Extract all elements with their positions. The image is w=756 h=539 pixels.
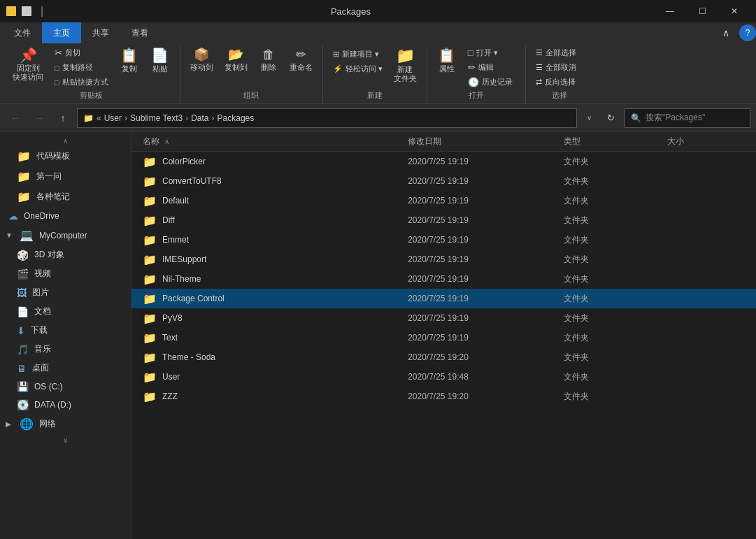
new-item-label: 新建项目 ▾ — [342, 49, 379, 59]
address-path[interactable]: 📁 « User › Sublime Text3 › Data › Packag… — [77, 108, 577, 128]
minimize-button[interactable]: — — [654, 0, 686, 22]
tab-file[interactable]: 文件 — [3, 22, 42, 43]
forward-button[interactable]: → — [29, 108, 49, 128]
column-date[interactable]: 修改日期 — [408, 136, 564, 148]
tab-view[interactable]: 查看 — [120, 22, 159, 43]
copy-to-button[interactable]: 📂 复制到 — [220, 46, 252, 75]
folder-icon: 📁 — [17, 150, 31, 163]
maximize-button[interactable]: ☐ — [686, 0, 718, 22]
up-button[interactable]: ↑ — [53, 108, 73, 128]
ribbon-group-clipboard: 📌 固定到快速访问 ✂ 剪切 □ 复制路径 □ 粘贴快捷方式 — [3, 46, 180, 103]
sidebar-label: 各种笔记 — [36, 191, 70, 203]
table-row[interactable]: 📁 PyV8 2020/7/25 19:19 文件夹 — [131, 308, 756, 328]
table-row[interactable]: 📁 Theme - Soda 2020/7/25 19:20 文件夹 — [131, 347, 756, 367]
sidebar-item-desktop[interactable]: 🖥 桌面 — [0, 359, 131, 378]
cut-button[interactable]: ✂ 剪切 — [50, 46, 113, 59]
search-box[interactable]: 🔍 搜索"Packages" — [625, 108, 750, 128]
sidebar-item-music[interactable]: 🎵 音乐 — [0, 340, 131, 359]
table-row[interactable]: 📁 Package Control 2020/7/25 19:19 文件夹 — [131, 289, 756, 308]
column-size[interactable]: 大小 — [667, 136, 750, 148]
file-name-cell: 📁 Diff — [137, 214, 408, 227]
path-data: Data — [191, 113, 208, 123]
select-all-button[interactable]: ☰ 全部选择 — [532, 46, 587, 59]
table-row[interactable]: 📁 Default 2020/7/25 19:19 文件夹 — [131, 191, 756, 210]
desktop-icon: 🖥 — [17, 363, 27, 374]
file-date-cell: 2020/7/25 19:19 — [408, 235, 564, 245]
pin-button[interactable]: 📌 固定到快速访问 — [8, 46, 48, 84]
deselect-all-button[interactable]: ☰ 全部取消 — [532, 61, 587, 74]
table-row[interactable]: 📁 ZZZ 2020/7/25 19:20 文件夹 — [131, 387, 756, 406]
table-row[interactable]: 📁 User 2020/7/25 19:48 文件夹 — [131, 367, 756, 387]
paste-button[interactable]: 📄 粘贴 — [146, 46, 174, 76]
sidebar-item-mycomputer[interactable]: ▼ 💻 MyComputer — [0, 225, 131, 245]
pin-label: 固定到快速访问 — [13, 64, 43, 82]
file-type-cell: 文件夹 — [564, 195, 667, 207]
close-button[interactable]: ✕ — [718, 0, 750, 22]
sidebar-item-firstq[interactable]: 📁 第一问 — [0, 166, 131, 187]
table-row[interactable]: 📁 ConvertToUTF8 2020/7/25 19:19 文件夹 — [131, 171, 756, 191]
column-type[interactable]: 类型 — [564, 136, 667, 148]
invert-select-button[interactable]: ⇄ 反向选择 — [532, 76, 587, 89]
column-name[interactable]: 名称 ∧ — [137, 136, 408, 148]
table-row[interactable]: 📁 ColorPicker 2020/7/25 19:19 文件夹 — [131, 152, 756, 171]
file-name: User — [162, 372, 180, 382]
open-label: 打开 ▾ — [476, 48, 498, 58]
sidebar-item-drivec[interactable]: 💾 OS (C:) — [0, 378, 131, 396]
sidebar-item-drived[interactable]: 💽 DATA (D:) — [0, 396, 131, 414]
tab-home[interactable]: 主页 — [42, 22, 81, 43]
sidebar-label: DATA (D:) — [34, 400, 71, 410]
expand-icon: ▶ — [6, 420, 14, 428]
new-item-button[interactable]: ⊞ 新建项目 ▾ — [329, 48, 387, 61]
file-list: 名称 ∧ 修改日期 类型 大小 📁 ColorPicker 2020/7/25 … — [131, 132, 756, 539]
paste-shortcut-button[interactable]: □ 粘贴快捷方式 — [50, 76, 113, 89]
table-row[interactable]: 📁 Nil-Theme 2020/7/25 19:19 文件夹 — [131, 269, 756, 289]
back-button[interactable]: ← — [6, 108, 25, 128]
refresh-button[interactable]: ↻ — [601, 108, 620, 128]
table-row[interactable]: 📁 Diff 2020/7/25 19:19 文件夹 — [131, 210, 756, 230]
pin-icon: 📌 — [20, 48, 37, 62]
folder-icon: 📁 — [143, 253, 157, 266]
edit-button[interactable]: ✏ 编辑 — [464, 61, 520, 74]
sidebar-item-codetpl[interactable]: 📁 代码模板 — [0, 146, 131, 166]
sidebar-scroll-down[interactable]: ∨ — [0, 434, 131, 445]
file-date-cell: 2020/7/25 19:19 — [408, 176, 564, 186]
tab-share[interactable]: 共享 — [81, 22, 120, 43]
main-area: ∧ 📁 代码模板 📁 第一问 📁 各种笔记 ☁ OneDrive ▼ 💻 MyC… — [0, 132, 756, 539]
table-row[interactable]: 📁 IMESupport 2020/7/25 19:19 文件夹 — [131, 250, 756, 269]
new-folder-button[interactable]: 📁 新建文件夹 — [390, 46, 421, 85]
file-type-cell: 文件夹 — [564, 156, 667, 168]
folder-icon: 📁 — [143, 155, 157, 168]
sidebar-item-onedrive[interactable]: ☁ OneDrive — [0, 207, 131, 225]
properties-button[interactable]: 📋 属性 — [433, 46, 461, 76]
copy-to-icon: 📂 — [228, 48, 243, 61]
sidebar-label: 下载 — [31, 324, 48, 336]
sidebar-item-network[interactable]: ▶ 🌐 网络 — [0, 414, 131, 434]
sidebar-item-3d[interactable]: 🎲 3D 对象 — [0, 245, 131, 264]
table-row[interactable]: 📁 Text 2020/7/25 19:19 文件夹 — [131, 328, 756, 347]
window-controls: — ☐ ✕ — [654, 0, 750, 22]
sidebar-item-video[interactable]: 🎬 视频 — [0, 264, 131, 283]
sort-arrow: ∧ — [164, 138, 169, 145]
rename-label: 重命名 — [290, 62, 313, 73]
help-button[interactable]: ? — [739, 24, 756, 41]
sidebar-item-images[interactable]: 🖼 图片 — [0, 283, 131, 302]
sidebar-scroll-up[interactable]: ∧ — [0, 135, 131, 146]
delete-button[interactable]: 🗑 删除 — [255, 46, 283, 75]
history-button[interactable]: 🕒 历史记录 — [464, 76, 520, 89]
sidebar-item-docs[interactable]: 📄 文档 — [0, 302, 131, 321]
easy-access-button[interactable]: ⚡ 轻松访问 ▾ — [329, 62, 387, 76]
rename-button[interactable]: ✏ 重命名 — [285, 46, 317, 75]
ribbon-expand-button[interactable]: ∧ — [715, 22, 736, 43]
move-button[interactable]: 📦 移动到 — [186, 46, 217, 75]
file-name-cell: 📁 Text — [137, 331, 408, 345]
copy-path-button[interactable]: □ 复制路径 — [50, 61, 113, 74]
copy-button[interactable]: 📋 复制 — [115, 46, 143, 76]
address-dropdown-button[interactable]: ∨ — [581, 108, 597, 128]
sidebar-item-notes[interactable]: 📁 各种笔记 — [0, 187, 131, 207]
sidebar-item-downloads[interactable]: ⬇ 下载 — [0, 321, 131, 340]
window-title: Packages — [48, 6, 654, 17]
open-button[interactable]: □ 打开 ▾ — [464, 46, 520, 59]
ribbon: 文件 主页 共享 查看 ∧ ? 📌 固定到快速访问 ✂ 剪切 — [0, 22, 756, 104]
easy-access-label: 轻松访问 ▾ — [345, 64, 383, 74]
table-row[interactable]: 📁 Emmet 2020/7/25 19:19 文件夹 — [131, 230, 756, 250]
